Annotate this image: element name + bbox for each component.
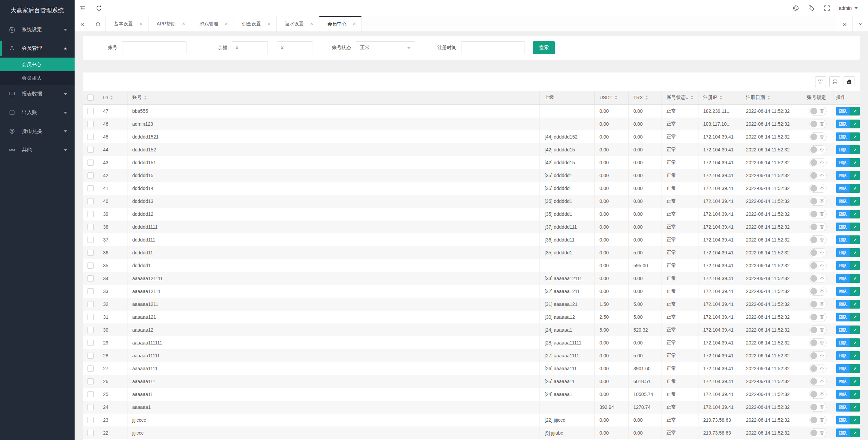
row-checkbox[interactable]: [87, 275, 94, 281]
column-header-ip[interactable]: 注册IP: [698, 91, 741, 104]
status-select[interactable]: 正常: [356, 41, 415, 54]
row-checkbox[interactable]: [87, 391, 94, 397]
lock-toggle[interactable]: 否: [809, 377, 827, 386]
lock-toggle[interactable]: 否: [809, 403, 827, 412]
sort-icon[interactable]: [645, 96, 648, 100]
team-button[interactable]: 团队: [836, 416, 850, 424]
edit-button[interactable]: [850, 416, 860, 424]
row-checkbox[interactable]: [87, 237, 94, 243]
team-button[interactable]: 团队: [836, 274, 850, 283]
edit-button[interactable]: [850, 184, 860, 193]
column-header-id[interactable]: ID: [98, 91, 127, 104]
team-button[interactable]: 团队: [836, 171, 850, 180]
row-checkbox[interactable]: [87, 430, 94, 436]
lock-toggle[interactable]: 否: [809, 261, 827, 270]
team-button[interactable]: 团队: [836, 132, 850, 141]
sidebar-item-report-data[interactable]: 报表数据: [0, 85, 75, 103]
team-button[interactable]: 团队: [836, 261, 850, 270]
team-button[interactable]: 团队: [836, 287, 850, 296]
search-button[interactable]: 搜索: [533, 41, 555, 54]
row-checkbox[interactable]: [87, 353, 94, 359]
team-button[interactable]: 团队: [836, 403, 850, 412]
refresh-button[interactable]: [91, 0, 107, 16]
row-checkbox[interactable]: [87, 185, 94, 191]
row-checkbox[interactable]: [87, 250, 94, 256]
edit-button[interactable]: [850, 223, 860, 231]
edit-button[interactable]: [850, 300, 860, 309]
row-checkbox[interactable]: [87, 147, 94, 153]
tab-app-help[interactable]: APP帮助✕: [149, 16, 191, 32]
column-header-parent[interactable]: 上级: [540, 91, 595, 104]
select-all-checkbox[interactable]: [87, 95, 94, 101]
edit-button[interactable]: [850, 274, 860, 283]
lock-toggle[interactable]: 否: [809, 300, 827, 309]
sort-icon[interactable]: [110, 96, 113, 100]
sidebar-item-member-management[interactable]: 会员管理: [0, 39, 75, 58]
team-button[interactable]: 团队: [836, 158, 850, 167]
edit-button[interactable]: [850, 261, 860, 270]
close-icon[interactable]: ✕: [224, 22, 228, 26]
columns-filter-button[interactable]: [815, 76, 826, 87]
row-checkbox[interactable]: [87, 288, 94, 294]
print-button[interactable]: [829, 76, 840, 87]
edit-button[interactable]: [850, 210, 860, 218]
tag-button[interactable]: [804, 0, 819, 16]
edit-button[interactable]: [850, 287, 860, 296]
edit-button[interactable]: [850, 338, 860, 347]
lock-toggle[interactable]: 否: [809, 158, 827, 167]
lock-toggle[interactable]: 否: [809, 274, 827, 283]
sidebar-item-currency-exchange[interactable]: 货币兑换: [0, 122, 75, 141]
close-icon[interactable]: ✕: [353, 22, 356, 26]
team-button[interactable]: 团队: [836, 145, 850, 154]
sidebar-subitem-member-center[interactable]: 会员中心: [0, 58, 75, 71]
register-time-input[interactable]: [461, 41, 525, 54]
lock-toggle[interactable]: 否: [809, 223, 827, 231]
edit-button[interactable]: [850, 235, 860, 244]
sort-icon[interactable]: [615, 96, 617, 100]
tab-rebate-settings[interactable]: 返水设置✕: [277, 16, 319, 32]
team-button[interactable]: 团队: [836, 377, 850, 386]
sidebar-subitem-member-team[interactable]: 会员团队: [0, 71, 75, 85]
column-header-date[interactable]: 注册日期: [741, 91, 802, 104]
lock-toggle[interactable]: 否: [809, 364, 827, 373]
row-checkbox[interactable]: [87, 327, 94, 333]
edit-button[interactable]: [850, 171, 860, 180]
edit-button[interactable]: [850, 313, 860, 321]
edit-button[interactable]: [850, 197, 860, 206]
home-tab-button[interactable]: [90, 16, 106, 32]
lock-toggle[interactable]: 否: [809, 287, 827, 296]
lock-toggle[interactable]: 否: [809, 210, 827, 218]
edit-button[interactable]: [850, 377, 860, 386]
row-checkbox[interactable]: [87, 121, 94, 127]
team-button[interactable]: 团队: [836, 248, 850, 257]
edit-button[interactable]: [850, 428, 860, 437]
tabs-menu-button[interactable]: [852, 16, 868, 32]
row-checkbox[interactable]: [87, 314, 94, 320]
balance-min-input[interactable]: ¥: [232, 41, 268, 54]
team-button[interactable]: 团队: [836, 390, 850, 399]
team-button[interactable]: 团队: [836, 326, 850, 334]
row-checkbox[interactable]: [87, 211, 94, 217]
lock-toggle[interactable]: 否: [809, 184, 827, 193]
edit-button[interactable]: [850, 248, 860, 257]
row-checkbox[interactable]: [87, 340, 94, 346]
edit-button[interactable]: [850, 326, 860, 334]
sidebar-item-others[interactable]: 其他: [0, 141, 75, 159]
team-button[interactable]: 团队: [836, 210, 850, 218]
edit-button[interactable]: [850, 132, 860, 141]
lock-toggle[interactable]: 否: [809, 107, 827, 116]
lock-toggle[interactable]: 否: [809, 338, 827, 347]
team-button[interactable]: 团队: [836, 223, 850, 231]
tabs-scroll-left-button[interactable]: «: [75, 16, 90, 32]
team-button[interactable]: 团队: [836, 107, 850, 116]
column-header-lock[interactable]: 账号锁定: [802, 91, 833, 104]
column-header-status[interactable]: 账号状态..: [662, 91, 698, 104]
lock-toggle[interactable]: 否: [809, 313, 827, 321]
row-checkbox[interactable]: [87, 160, 94, 166]
sort-icon[interactable]: [767, 96, 770, 100]
row-checkbox[interactable]: [87, 134, 94, 140]
user-menu[interactable]: admin: [835, 5, 868, 11]
edit-button[interactable]: [850, 403, 860, 412]
team-button[interactable]: 团队: [836, 184, 850, 193]
tab-member-center[interactable]: 会员中心✕: [319, 16, 362, 32]
